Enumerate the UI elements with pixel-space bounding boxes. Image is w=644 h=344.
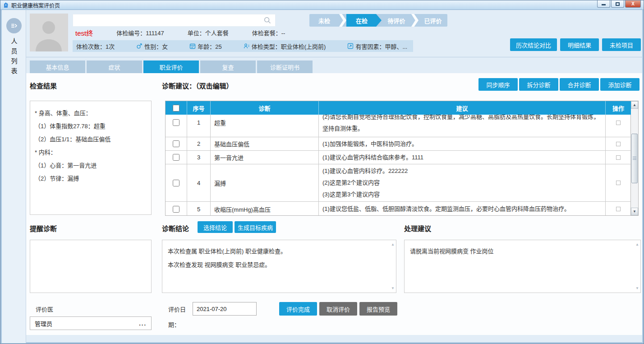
window-maximize-button[interactable] <box>611 0 624 8</box>
row-checkbox[interactable] <box>173 180 179 186</box>
result-line: （2）节律：漏搏 <box>35 172 147 185</box>
row-action-checkbox[interactable] <box>616 121 621 125</box>
evaluation-complete-button[interactable]: 评价完成 <box>279 302 317 316</box>
row-action-checkbox[interactable] <box>616 155 621 160</box>
tab-diagnosis-certificate[interactable]: 诊断证明书 <box>257 60 313 73</box>
tab-symptoms[interactable]: 症状 <box>87 60 142 73</box>
evaluating-doctor-label: 评价医 <box>36 305 53 313</box>
window-minimize-button[interactable] <box>597 0 610 8</box>
patient-summary-row: test终 体检编号：111147 单位：个人套餐 体检套餐：-- <box>75 28 308 37</box>
row-advice[interactable]: (1)建议心血管内科结合临床参考。1111 <box>319 151 606 164</box>
tab-recheck[interactable]: 复查 <box>200 60 256 73</box>
result-line: （2）血压1/1：基础血压偏低 <box>35 133 147 146</box>
select-all-checkbox[interactable] <box>173 105 179 112</box>
row-diagnosis[interactable]: 第一音亢进 <box>211 151 319 164</box>
col-header-diagnosis: 诊断 <box>211 101 319 115</box>
generate-target-disease-button[interactable]: 生成目标疾病 <box>235 221 276 233</box>
scroll-up-icon[interactable]: ▲ <box>391 242 395 246</box>
table-row[interactable]: 2 基础血压偏低 (1)加强体能锻炼，中医科协同治疗。 <box>166 137 631 151</box>
table-header: 序号 诊断 建议 操作 <box>166 101 631 115</box>
search-input[interactable] <box>73 14 263 26</box>
step-in-check-active: 在检 <box>346 14 382 27</box>
row-checkbox[interactable] <box>173 140 179 147</box>
row-no: 5 <box>187 202 211 215</box>
avatar <box>30 14 68 51</box>
scrollbar-grip-icon <box>633 157 636 160</box>
row-action-checkbox[interactable] <box>616 207 621 211</box>
row-checkbox[interactable] <box>173 119 179 126</box>
doctor-lookup-button[interactable]: ... <box>139 320 147 327</box>
split-diagnosis-button[interactable]: 拆分诊断 <box>519 78 558 91</box>
row-advice[interactable]: (1)加强体能锻炼，中医科协同治疗。 <box>319 137 606 150</box>
row-action-checkbox[interactable] <box>616 142 621 146</box>
minimize-icon <box>602 4 606 5</box>
row-no: 4 <box>187 164 211 201</box>
checkup-results-box: * 身高、体重、血压： （1）体重指数27.78：超重 （2）血压1/1：基础血… <box>30 101 152 215</box>
row-advice[interactable]: (1)建议心血管内科诊疗。222222 (2)这是第2个建议内容 (3)这是第3… <box>319 164 606 201</box>
merge-diagnosis-button[interactable]: 合并诊断 <box>560 78 599 91</box>
table-row[interactable]: 1 超重 (2)请您长期自觉地坚持合理搭配饮食，控制饮食量，减少高糖、高脂肪及高… <box>166 115 631 137</box>
scroll-down-icon[interactable]: ▼ <box>635 286 639 290</box>
row-checkbox[interactable] <box>173 154 179 161</box>
select-conclusion-button[interactable]: 选择结论 <box>198 221 233 233</box>
table-row[interactable]: 4 漏搏 (1)建议心血管内科诊疗。222222 (2)这是第2个建议内容 (3… <box>166 164 631 202</box>
cancel-evaluation-button[interactable]: 取消评价 <box>319 302 357 316</box>
evaluating-doctor-field[interactable]: 管理员 ... <box>30 316 152 330</box>
result-line: （1）体重指数27.78：超重 <box>35 120 147 133</box>
exam-number: 体检编号：111147 <box>116 28 164 37</box>
conclusion-actions: 选择结论 生成目标疾病 <box>198 221 276 233</box>
row-diagnosis[interactable]: 超重 <box>211 115 319 137</box>
package-field: 体检套餐：-- <box>252 28 285 37</box>
scrollbar-thumb[interactable] <box>631 134 638 183</box>
remind-diagnosis-title: 提醒诊断 <box>30 223 57 233</box>
search-box <box>73 14 276 27</box>
row-diagnosis[interactable]: 收缩压(mmHg)高血压 <box>211 202 319 215</box>
sync-order-button[interactable]: 同步顺序 <box>478 78 518 91</box>
table-body: 1 超重 (2)请您长期自觉地坚持合理搭配饮食，控制饮食量，减少高糖、高脂肪及高… <box>166 115 631 215</box>
report-preview-button[interactable]: 报告预览 <box>359 302 397 316</box>
person-icon <box>244 43 250 49</box>
row-action-checkbox[interactable] <box>616 181 621 185</box>
scroll-down-icon[interactable]: ▼ <box>391 286 395 290</box>
row-advice[interactable]: (2)请您长期自觉地坚持合理搭配饮食，控制饮食量，减少高糖、高脂肪及高热量饮食。… <box>319 115 606 137</box>
remind-diagnosis-textarea[interactable] <box>30 240 151 293</box>
conclusion-box: 本次检查属 职业体检(上岗前) 职业健康检查。 本次检查发现 视网膜病变 职业禁… <box>162 240 396 293</box>
table-row[interactable]: 3 第一音亢进 (1)建议心血管内科结合临床参考。1111 <box>166 151 631 164</box>
conclusion-textarea[interactable]: 本次检查属 职业体检(上岗前) 职业健康检查。 本次检查发现 视网膜病变 职业禁… <box>162 240 396 293</box>
scroll-up-icon[interactable]: ▲ <box>635 242 639 246</box>
personnel-list-toggle[interactable] <box>6 18 22 33</box>
patient-photo <box>30 14 68 51</box>
row-diagnosis[interactable]: 漏搏 <box>211 164 319 201</box>
evaluation-date-input[interactable] <box>193 302 257 316</box>
gender-field: 性别：女 <box>136 42 168 51</box>
tab-basic-info[interactable]: 基本信息 <box>30 60 85 73</box>
exam-type-field: 体检类型：职业体检(上岗前) <box>244 42 326 51</box>
detail-results-button[interactable]: 明细结果 <box>560 38 599 51</box>
hazard-factor-field: 有害因素：甲醇、... <box>347 42 407 51</box>
handling-advice-textarea[interactable]: 请脱离当前视网膜病变 作业岗位 <box>405 240 640 293</box>
row-checkbox[interactable] <box>173 206 179 213</box>
row-diagnosis[interactable]: 基础血压偏低 <box>211 137 319 150</box>
handling-advice-box: 请脱离当前视网膜病变 作业岗位 ▲ ▼ <box>404 240 641 293</box>
search-icon[interactable] <box>263 16 271 24</box>
window-close-button[interactable]: X <box>625 0 641 8</box>
unit-field: 单位：个人套餐 <box>188 28 229 37</box>
unchecked-items-button[interactable]: 未检项目 <box>602 38 641 51</box>
scroll-down-icon[interactable]: ▼ <box>631 208 638 215</box>
tab-occupational-evaluation[interactable]: 职业评价 <box>143 60 199 73</box>
scroll-up-icon[interactable]: ▲ <box>631 101 638 109</box>
row-no: 1 <box>187 115 211 137</box>
table-row[interactable]: 5 收缩压(mmHg)高血压 (1)建议您低盐、低脂、低胆固醇清淡饮食。定期监测… <box>166 202 631 215</box>
tab-bar: 基本信息 症状 职业评价 复查 诊断证明书 <box>30 60 313 73</box>
step-not-checked: 未检 <box>309 14 339 27</box>
age-field: 年龄：25 <box>189 42 221 51</box>
doctor-value: 管理员 <box>35 319 52 328</box>
col-header-advice: 建议 <box>319 101 606 115</box>
history-compare-button[interactable]: 历次结论对比 <box>510 38 557 51</box>
add-diagnosis-button[interactable]: 添加诊断 <box>600 78 639 91</box>
evaluation-date-label: 评价日期： <box>168 302 193 333</box>
result-line: * 身高、体重、血压： <box>35 107 147 120</box>
row-advice[interactable]: (1)建议您低盐、低脂、低胆固醇清淡饮食。定期监测血压，必要时心血管内科降血压药… <box>319 202 606 215</box>
col-header-action: 操作 <box>606 101 631 115</box>
col-header-no: 序号 <box>187 101 211 115</box>
